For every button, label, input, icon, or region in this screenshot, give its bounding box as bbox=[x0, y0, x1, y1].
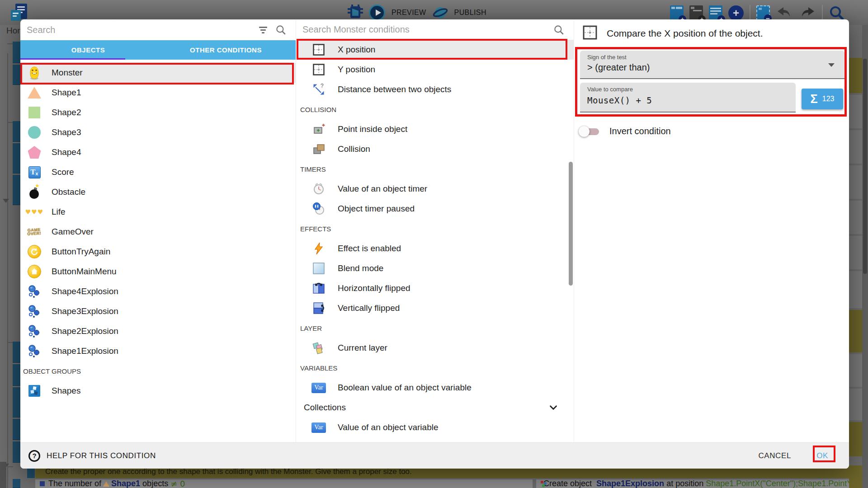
object-item-shape4[interactable]: Shape4 bbox=[20, 142, 296, 162]
app-screen: PREVIEW PUBLISH + + + + bbox=[0, 0, 868, 488]
ok-button[interactable]: OK bbox=[816, 451, 828, 460]
add-circle-icon[interactable]: + bbox=[728, 5, 744, 21]
object-item-shape4explosion[interactable]: Shape4Explosion bbox=[20, 282, 296, 301]
dialog-footer: ? HELP FOR THIS CONDITION CANCEL OK bbox=[20, 442, 849, 469]
condition-item-distance[interactable]: ? Distance between two objects bbox=[296, 80, 574, 99]
add-comment-icon[interactable]: + bbox=[709, 5, 722, 21]
object-item-shape3[interactable]: Shape3 bbox=[20, 122, 296, 142]
text-object-icon: Tx bbox=[26, 164, 42, 180]
publish-label[interactable]: PUBLISH bbox=[454, 9, 486, 17]
object-item-shape2explosion[interactable]: Shape2Explosion bbox=[20, 321, 296, 341]
condition-item-vertically-flipped[interactable]: Vertically flipped bbox=[296, 298, 574, 318]
home-button-icon bbox=[26, 263, 42, 280]
object-item-buttonmainmenu[interactable]: ButtonMainMenu bbox=[20, 262, 296, 282]
circle-icon bbox=[26, 124, 42, 141]
active-tab-indicator bbox=[20, 58, 125, 60]
background-condition-cell: The number of Shape1 objects ≠ 0 bbox=[35, 479, 533, 488]
condition-description: Compare the X position of the object. bbox=[607, 28, 763, 39]
conditions-search-row bbox=[296, 19, 574, 40]
undo-icon[interactable] bbox=[776, 6, 793, 20]
condition-item-blend-mode[interactable]: Blend mode bbox=[296, 258, 574, 278]
preview-label[interactable]: PREVIEW bbox=[392, 9, 426, 17]
help-icon[interactable]: ? bbox=[28, 450, 40, 462]
conditions-list: X position Y position bbox=[296, 40, 574, 437]
blend-mode-icon bbox=[311, 260, 327, 277]
condition-editor-dialog: OBJECTS OTHER CONDITIONS Mo bbox=[20, 19, 849, 469]
condition-item-boolean-variable[interactable]: Var Boolean value of an object variable bbox=[296, 378, 574, 398]
objects-list: Monster Shape1 Shape2 Shape3 Shape4 bbox=[20, 63, 296, 401]
condition-item-timer-value[interactable]: Value of an object timer bbox=[296, 179, 574, 199]
object-item-shape1explosion[interactable]: Shape1Explosion bbox=[20, 341, 296, 361]
debug-icon[interactable] bbox=[348, 5, 363, 21]
condition-item-variable-value[interactable]: Var Value of an object variable bbox=[296, 418, 574, 437]
particles-icon bbox=[26, 343, 42, 359]
search-events-icon[interactable] bbox=[829, 5, 845, 21]
condition-item-current-layer[interactable]: Current layer bbox=[296, 338, 574, 358]
search-icon bbox=[553, 24, 565, 36]
help-link[interactable]: HELP FOR THIS CONDITION bbox=[47, 451, 156, 460]
collapse-arrow-icon[interactable] bbox=[3, 199, 9, 203]
objects-search-input[interactable] bbox=[20, 24, 259, 36]
condition-item-collision[interactable]: Collision bbox=[296, 139, 574, 159]
conditions-scrollbar-thumb[interactable] bbox=[569, 162, 573, 286]
object-groups-header: OBJECT GROUPS bbox=[20, 361, 296, 381]
condition-item-x-position[interactable]: X position bbox=[296, 40, 574, 60]
object-item-monster[interactable]: Monster bbox=[20, 63, 296, 83]
object-item-shape3explosion[interactable]: Shape3Explosion bbox=[20, 301, 296, 321]
particles-icon bbox=[26, 283, 42, 300]
sign-of-test-select[interactable]: Sign of the test > (greater than) bbox=[580, 51, 844, 79]
event-tree-line bbox=[7, 53, 8, 488]
publish-globe-icon[interactable] bbox=[433, 5, 448, 20]
cancel-button[interactable]: CANCEL bbox=[758, 451, 791, 460]
condition-item-effect-enabled[interactable]: Effect is enabled bbox=[296, 239, 574, 258]
remove-selection-icon[interactable]: − bbox=[756, 5, 770, 21]
chevron-down-icon bbox=[547, 402, 559, 413]
tab-objects[interactable]: OBJECTS bbox=[20, 40, 156, 60]
add-subevent-icon[interactable]: + bbox=[689, 5, 703, 21]
position-icon bbox=[311, 61, 327, 78]
timer-paused-icon bbox=[311, 201, 327, 217]
condition-item-y-position[interactable]: Y position bbox=[296, 60, 574, 80]
add-event-icon[interactable]: + bbox=[670, 5, 684, 21]
filter-icon[interactable] bbox=[259, 27, 268, 33]
particles-icon bbox=[26, 323, 42, 339]
object-item-shape1[interactable]: Shape1 bbox=[20, 83, 296, 103]
gameover-icon: GAMEOVER! bbox=[26, 224, 42, 240]
square-icon bbox=[26, 104, 42, 121]
bomb-icon: ★ bbox=[26, 184, 42, 200]
group-item-shapes[interactable]: Shapes bbox=[20, 381, 296, 401]
variable-icon: Var bbox=[311, 380, 327, 396]
position-icon bbox=[311, 42, 327, 58]
particles-icon bbox=[26, 303, 42, 319]
object-item-gameover[interactable]: GAMEOVER! GameOver bbox=[20, 222, 296, 242]
condition-item-point-inside[interactable]: Point inside object bbox=[296, 119, 574, 139]
object-item-buttontryagain[interactable]: ButtonTryAgain bbox=[20, 242, 296, 262]
object-item-obstacle[interactable]: ★ Obstacle bbox=[20, 182, 296, 202]
objects-search-row bbox=[20, 19, 296, 40]
position-icon bbox=[582, 25, 598, 42]
panel-tabs: OBJECTS OTHER CONDITIONS bbox=[20, 40, 296, 60]
condition-item-horizontally-flipped[interactable]: Horizontally flipped bbox=[296, 278, 574, 298]
sigma-icon: Σ bbox=[811, 92, 818, 106]
object-item-life[interactable]: ♥♥♥ Life bbox=[20, 202, 296, 222]
condition-item-timer-paused[interactable]: Object timer paused bbox=[296, 199, 574, 219]
scrollbar-thumb[interactable] bbox=[863, 59, 867, 274]
preview-play-icon[interactable] bbox=[369, 5, 385, 21]
variable-icon: Var bbox=[311, 419, 327, 436]
point-inside-icon bbox=[311, 121, 327, 137]
invert-condition-toggle-knob[interactable] bbox=[579, 126, 590, 137]
value-to-compare-input[interactable]: Value to compare MouseX() + 5 bbox=[580, 83, 796, 113]
condition-section-variables: VARIABLES bbox=[296, 358, 574, 378]
object-item-score[interactable]: Tx Score bbox=[20, 162, 296, 182]
conditions-search-input[interactable] bbox=[296, 24, 553, 35]
condition-group-collections[interactable]: Collections bbox=[296, 398, 574, 418]
background-action-cell: Create object Shape1Explosion at positio… bbox=[536, 479, 849, 488]
conditions-panel: X position Y position bbox=[296, 19, 574, 442]
horizontal-flip-icon bbox=[311, 280, 327, 296]
monster-icon bbox=[26, 65, 42, 81]
redo-icon[interactable] bbox=[799, 6, 816, 20]
tab-other-conditions[interactable]: OTHER CONDITIONS bbox=[156, 40, 296, 60]
object-item-shape2[interactable]: Shape2 bbox=[20, 103, 296, 122]
retry-button-icon bbox=[26, 244, 42, 260]
open-expression-editor-button[interactable]: Σ 123 bbox=[802, 89, 843, 109]
